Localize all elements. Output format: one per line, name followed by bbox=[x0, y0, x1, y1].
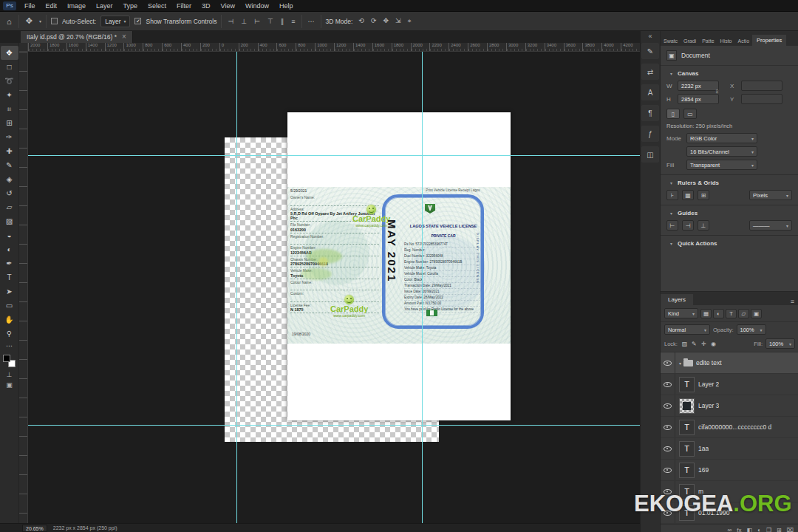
libraries-panel-icon[interactable]: ◫ bbox=[641, 146, 659, 163]
canvas-section-header[interactable]: ▾ Canvas bbox=[661, 66, 798, 79]
crop-tool[interactable]: ⌗ bbox=[1, 102, 18, 116]
guide-vertical[interactable] bbox=[422, 52, 423, 523]
brush-settings-panel-icon[interactable]: ✎ bbox=[641, 43, 659, 59]
history-brush-tool[interactable]: ↺ bbox=[1, 186, 18, 200]
layer-row[interactable]: Tcifa0000000...cccccccc0 d bbox=[661, 417, 798, 438]
guide-horizontal[interactable] bbox=[28, 155, 640, 156]
lock-guides-button[interactable]: ⊣ bbox=[682, 220, 694, 231]
canvas-y-field[interactable] bbox=[741, 94, 782, 104]
canvas-x-field[interactable] bbox=[741, 81, 782, 91]
portrait-orientation-button[interactable]: ▯ bbox=[666, 109, 680, 119]
ruler-origin-corner[interactable] bbox=[19, 43, 28, 52]
canvas-fill-dropdown[interactable]: Transparent ▾ bbox=[686, 160, 757, 170]
healing-brush-tool[interactable]: ✚ bbox=[1, 144, 18, 158]
3d-drag-icon[interactable]: ✥ bbox=[381, 17, 390, 25]
menu-file[interactable]: File bbox=[19, 0, 41, 12]
tab-properties[interactable]: Properties bbox=[752, 35, 786, 46]
glyphs-panel-icon[interactable]: ƒ bbox=[641, 126, 659, 142]
lock-position-icon[interactable]: ✛ bbox=[700, 341, 708, 347]
layer-group-icon[interactable]: ❒ bbox=[766, 527, 771, 532]
show-transform-controls-checkbox[interactable]: ✓ bbox=[134, 18, 141, 24]
canvas-viewport[interactable]: 5/29/2021 Print Vehicle License Receipt … bbox=[28, 52, 640, 523]
menu-layer[interactable]: Layer bbox=[91, 0, 118, 12]
auto-select-checkbox[interactable] bbox=[51, 18, 58, 24]
rectangle-tool[interactable]: ▭ bbox=[1, 299, 18, 313]
close-icon[interactable]: × bbox=[122, 33, 126, 41]
fill-dropdown[interactable]: 100% ▾ bbox=[765, 338, 795, 349]
guides-section-header[interactable]: ▾ Guides bbox=[661, 205, 798, 219]
move-tool-preset-icon[interactable]: ✥ bbox=[24, 16, 35, 26]
home-icon[interactable]: ⌂ bbox=[4, 17, 14, 26]
rulers-grids-section-header[interactable]: ▾ Rulers & Grids bbox=[661, 175, 798, 188]
clear-guides-button[interactable]: ⊥ bbox=[698, 220, 709, 231]
type-tool[interactable]: T bbox=[1, 270, 18, 284]
3d-scale-icon[interactable]: ⌖ bbox=[406, 17, 413, 25]
align-right-icon[interactable]: ⊢ bbox=[253, 18, 262, 25]
edit-toolbar-icon[interactable]: ⋯ bbox=[1, 341, 18, 351]
paragraph-panel-icon[interactable]: ¶ bbox=[641, 105, 659, 121]
menu-3d[interactable]: 3D bbox=[197, 0, 216, 12]
menu-edit[interactable]: Edit bbox=[41, 0, 63, 12]
character-panel-icon[interactable]: A bbox=[641, 84, 659, 100]
menu-filter[interactable]: Filter bbox=[171, 0, 197, 12]
guide-horizontal[interactable] bbox=[28, 425, 640, 426]
symmetry-panel-icon[interactable]: ⇄ bbox=[641, 64, 659, 80]
menu-window[interactable]: Window bbox=[240, 0, 274, 12]
quick-actions-section-header[interactable]: ▾ Quick Actions bbox=[661, 236, 798, 249]
filter-type-icon[interactable]: T bbox=[726, 309, 737, 318]
tab-gradi[interactable]: Gradi bbox=[681, 36, 699, 46]
lock-transparency-icon[interactable]: ▨ bbox=[681, 341, 689, 347]
tab-layers[interactable]: Layers bbox=[661, 294, 693, 305]
document-tab[interactable]: Italy id.psd @ 20.7% (RGB/16) * × bbox=[21, 31, 133, 43]
zoom-level-field[interactable]: 20.65% bbox=[22, 525, 47, 532]
layer-visibility-toggle[interactable] bbox=[661, 352, 675, 373]
blend-mode-dropdown[interactable]: Normal ▾ bbox=[664, 324, 710, 335]
color-mode-dropdown[interactable]: RGB Color ▾ bbox=[686, 133, 757, 143]
link-dimensions-icon[interactable]: ∞ bbox=[714, 89, 720, 94]
guide-style-dropdown[interactable]: ——— ▾ bbox=[749, 220, 792, 231]
toggle-pixel-grid-button[interactable]: ⊞ bbox=[698, 190, 709, 200]
screen-mode-icon[interactable]: ▣ bbox=[1, 380, 18, 390]
menu-view[interactable]: View bbox=[216, 0, 240, 12]
lasso-tool[interactable]: ➰ bbox=[1, 74, 18, 88]
tab-histo[interactable]: Histo bbox=[717, 36, 735, 46]
filter-shape-icon[interactable]: ▱ bbox=[738, 309, 749, 318]
filter-smart-object-icon[interactable]: ▣ bbox=[751, 309, 762, 318]
landscape-orientation-button[interactable]: ▭ bbox=[683, 109, 697, 119]
tab-patte[interactable]: Patte bbox=[699, 36, 717, 46]
layer-effects-icon[interactable]: fx bbox=[737, 527, 741, 532]
eraser-tool[interactable]: ▱ bbox=[1, 200, 18, 214]
distribute-v-icon[interactable]: ≡ bbox=[290, 18, 296, 25]
adjustment-layer-icon[interactable]: ◐ bbox=[757, 527, 761, 532]
layer-visibility-toggle[interactable] bbox=[661, 417, 675, 437]
tab-actio[interactable]: Actio bbox=[735, 36, 753, 46]
menu-type[interactable]: Type bbox=[118, 0, 143, 12]
3d-roll-icon[interactable]: ⟳ bbox=[369, 17, 378, 25]
more-options-icon[interactable]: ⋯ bbox=[307, 18, 316, 25]
layer-row[interactable]: TLayer 2 bbox=[661, 374, 798, 395]
lock-all-icon[interactable]: ◉ bbox=[709, 341, 717, 347]
panel-menu-icon[interactable]: ≡ bbox=[791, 298, 794, 305]
pen-tool[interactable]: ✒ bbox=[1, 256, 18, 270]
menu-image[interactable]: Image bbox=[62, 0, 91, 12]
chevron-down-icon[interactable]: ▾ bbox=[679, 361, 681, 366]
zoom-tool[interactable]: ⚲ bbox=[1, 327, 18, 341]
layer-mask-icon[interactable]: ◧ bbox=[747, 527, 753, 532]
align-center-h-icon[interactable]: ⊥ bbox=[239, 18, 248, 25]
toggle-rulers-button[interactable]: ⊦ bbox=[666, 190, 678, 200]
filter-pixel-icon[interactable]: ▦ bbox=[700, 309, 712, 318]
lock-pixels-icon[interactable]: ✎ bbox=[690, 341, 698, 347]
layer-row[interactable]: Layer 3 bbox=[661, 395, 798, 417]
layer-visibility-toggle[interactable] bbox=[661, 395, 675, 416]
menu-help[interactable]: Help bbox=[274, 0, 299, 12]
align-left-icon[interactable]: ⊣ bbox=[226, 18, 235, 25]
toggle-guides-button[interactable]: ⊢ bbox=[666, 220, 678, 231]
tab-swatc[interactable]: Swatc bbox=[661, 36, 681, 46]
auto-select-target-dropdown[interactable]: Layer ▾ bbox=[100, 16, 130, 27]
clone-stamp-tool[interactable]: ◈ bbox=[1, 172, 18, 186]
dodge-tool[interactable]: ◐ bbox=[1, 242, 18, 256]
vertical-ruler[interactable] bbox=[19, 52, 28, 523]
collapse-panels-icon[interactable]: « bbox=[648, 33, 652, 43]
ruler-units-dropdown[interactable]: Pixels ▾ bbox=[749, 190, 792, 200]
eyedropper-tool[interactable]: ✑ bbox=[1, 130, 18, 144]
